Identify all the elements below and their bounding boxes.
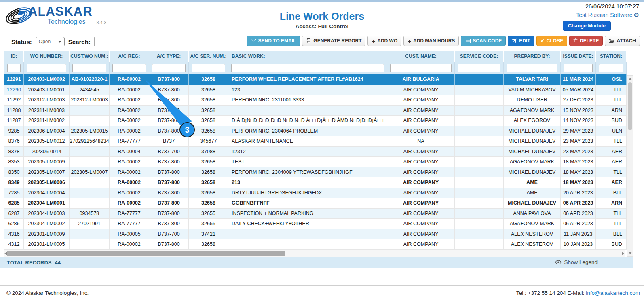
show-legend-toggle[interactable]: Show Legend [555,259,598,265]
close-button[interactable]: ✔ CLOSE [536,36,567,46]
filter-input-service-code[interactable] [458,64,500,72]
scan-code-button[interactable]: SCAN CODE [461,36,506,46]
table-row[interactable]: 6285202304-LM0001RA-00002B737-80032658GG… [4,198,627,209]
scroll-left-icon[interactable] [4,252,7,255]
table-row[interactable]: 6287202304-LM00030934578RA-77777B737-800… [4,209,627,219]
add-wo-button[interactable]: + ADD WO [367,36,401,46]
table-row[interactable]: 8349202305-LM0006RA-00002B737-8003265821… [4,177,627,188]
filter-input-basic-work[interactable] [231,64,384,72]
change-module-button[interactable]: Change Module [563,21,611,31]
cell-ac-ser-num: 32658 [189,239,228,249]
search-input[interactable] [94,37,135,46]
add-man-hours-button[interactable]: + ADD MAN HOURS [403,36,459,46]
contact-info: Tel.: +372 55 14 204 E-Mail: info@alaska… [516,290,640,296]
table-row[interactable]: 8350202305-LM0007202305-LM0007RA-00002B7… [4,167,627,178]
table-body: 12291202403-LM0002AB-01022020-1RA-00002B… [4,74,627,250]
column-header-ac-ser-num[interactable]: A/C SER. NUM.: [189,51,228,62]
table-row[interactable]: 12291202403-LM0002AB-01022020-1RA-00002B… [4,74,627,85]
horizontal-scrollbar[interactable] [4,250,625,257]
column-header-wo-number[interactable]: WO NUMBER: [24,51,70,62]
column-header-ac-type[interactable]: A/C TYPE: [149,51,189,62]
datetime: 26/06/2024 10:07:27 [563,3,639,10]
cell-ac-ser-num: 32658 [189,85,228,95]
column-header-prepared-by[interactable]: PREPARED BY: [504,51,561,62]
cell-wo-number: 202304-LM0001 [24,198,70,208]
table-row[interactable]: 11288202311-LM0003RA-00002B737-80032658A… [4,106,627,116]
barcode-icon [465,39,471,43]
column-header-cust-name[interactable]: CUST. NAME: [387,51,455,62]
table-row[interactable]: 11292202312-LM0003202312-LM0003RA-00002B… [4,95,627,106]
column-header-basic-work[interactable]: BASIC WORK: [228,51,387,62]
cell-id: 8353 [4,157,24,167]
filter-cell-prepared-by [504,62,561,74]
filter-input-issue-date[interactable] [564,64,593,72]
cell-ac-reg: RA-77777 [110,136,149,146]
cell-service-code [455,188,504,198]
table-row[interactable]: 4316202301-LM0009RA-00005B737-70037421AI… [4,229,627,240]
filter-input-ac-ser-num[interactable] [192,64,225,72]
user-link[interactable]: Test Russian Software⚙ [563,11,639,19]
column-header-station[interactable]: STATION: [596,51,627,62]
cell-ac-reg: RA-77777 [110,209,149,219]
send-to-email-button[interactable]: SEND TO EMAIL [247,36,300,46]
table-row[interactable]: 12290202403-LM00012434545RA-00002B737-80… [4,85,627,95]
cell-cust-wo-num [70,147,110,157]
cell-ac-type: B737-800 [149,167,189,177]
cell-ac-ser-num: 32658 [189,167,228,177]
cell-id: 4316 [4,229,24,239]
cell-ac-type: B737-800 [149,116,189,126]
cell-prepared-by: ANNA PAVLOVA [504,209,561,219]
cell-cust-name: AIR COMPANY [387,177,455,188]
cell-station: BLL [596,188,627,198]
table-row[interactable]: 11287202311-LM0002RA-00002B737-80032658Ð… [4,116,627,126]
edit-button[interactable]: EDIT [508,36,534,46]
cell-service-code [455,229,504,239]
horizontal-scroll-thumb[interactable] [7,251,285,256]
attach-button[interactable]: ATTACH [605,36,640,46]
cell-issue-date: 27 DEC 2023 [561,95,596,105]
cell-cust-name: AIR COMPANY [387,229,455,239]
cell-wo-number: 202305-0014 [24,147,70,157]
table-row[interactable]: 9285202306-LM0004202305-LM0015RA-00002B7… [4,126,627,137]
filter-input-ac-reg[interactable] [112,64,146,72]
table-row[interactable]: 7285202304-LM0004RA-00002B737-80032658DR… [4,188,627,199]
column-header-issue-date[interactable]: ISSUE DATE: [561,51,596,62]
table-row[interactable]: 8378202305-0014RA-00004B737-700370881231… [4,147,627,157]
delete-button[interactable]: DELETE [569,36,603,46]
vertical-scroll-thumb[interactable] [628,82,632,130]
cell-cust-name: AIR COMPANY [387,198,455,208]
vertical-scrollbar[interactable] [627,75,633,257]
column-header-ac-reg[interactable]: A/C REG: [110,51,149,62]
scroll-up-icon[interactable] [629,78,632,80]
settings-gear-icon[interactable]: ⚙ [634,11,639,18]
filter-input-id[interactable] [7,64,21,72]
cell-cust-wo-num: 27029125648234 [70,136,110,146]
filter-cell-ac-reg [110,62,149,74]
column-header-service-code[interactable]: SERVICE CODE: [455,51,504,62]
table-row[interactable]: 4312202301-LM0005RA-00002B737-80032658AI… [4,239,627,250]
table-row[interactable]: 6286202304-LM000227021991RA-77777B737-80… [4,219,627,229]
column-header-id[interactable]: ID: [4,51,24,62]
status-select[interactable]: Open [36,37,65,46]
table-row[interactable]: 8376202305-LM001227029125648234RA-77777B… [4,136,627,147]
table-row[interactable]: 8353202305-LM0009RA-00002B737-80032658TE… [4,157,627,167]
cell-ac-type: B737-700 [149,147,189,157]
cell-id: 8349 [4,177,24,188]
filter-input-cust-wo-num[interactable] [72,64,106,72]
cell-id: 11288 [4,106,24,116]
generate-report-button[interactable]: GENERATE REPORT [302,36,365,46]
filter-input-prepared-by[interactable] [507,64,557,72]
filter-cell-cust-name [387,62,455,74]
filter-input-station[interactable] [599,64,623,72]
cell-ac-reg: RA-00002 [110,239,149,249]
cell-ac-type: B737-800 [149,106,189,116]
column-header-cust-wo-num[interactable]: CUST.WO NUM.: [70,51,110,62]
scroll-right-icon[interactable] [622,252,624,255]
cell-wo-number: 202305-LM0007 [24,167,70,177]
email-link[interactable]: info@alaskartech.com [586,290,640,296]
cell-ac-type: B737 [149,136,189,146]
filter-input-ac-type[interactable] [152,64,186,72]
filter-input-wo-number[interactable] [27,64,66,72]
scroll-down-icon[interactable] [629,252,632,254]
filter-input-cust-name[interactable] [390,64,452,72]
